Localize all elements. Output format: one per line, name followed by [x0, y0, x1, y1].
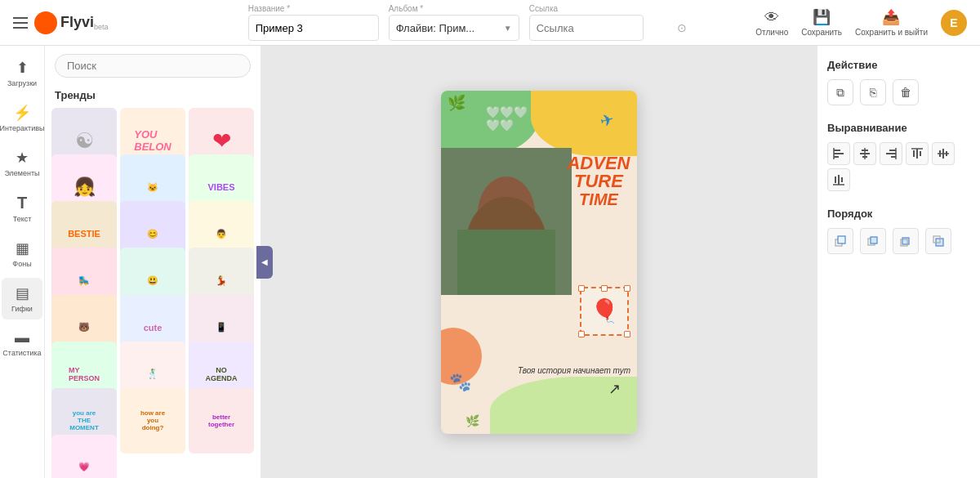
- align-section: Выравнивание: [827, 122, 970, 191]
- align-title: Выравнивание: [827, 122, 970, 134]
- album-label: Альбом *: [389, 4, 519, 13]
- bottom-leaf-decoration: 🌿: [466, 414, 479, 427]
- svg-rect-16: [913, 150, 915, 157]
- sidebar-label-backgrounds: Фоны: [12, 260, 31, 268]
- gif-search-area: [45, 46, 261, 86]
- logo: Flyvi beta: [34, 11, 109, 34]
- sidebar-label-gifs: Гифки: [11, 305, 33, 313]
- selection-handle-tr[interactable]: [624, 285, 630, 292]
- title-label: Название *: [248, 4, 379, 13]
- album-select[interactable]: Флайви: Прим... ▼: [389, 15, 519, 41]
- story-card: 🌿 🤍🤍🤍🤍🤍 ✈ ADVENTURETIME: [441, 91, 637, 434]
- gif-sticker-22[interactable]: 💗: [51, 435, 117, 478]
- delete-button[interactable]: 🗑: [893, 79, 919, 105]
- svg-rect-6: [834, 156, 839, 158]
- bring-forward-button[interactable]: [860, 228, 886, 254]
- gif-search-input[interactable]: [55, 54, 251, 78]
- gif-sticker-21[interactable]: bettertogether: [189, 388, 254, 453]
- adventure-text: ADVENTURETIME: [564, 154, 637, 208]
- svg-rect-13: [886, 153, 896, 154]
- svg-rect-12: [889, 150, 896, 151]
- album-field-group: Альбом * Флайви: Прим... ▼: [389, 4, 519, 41]
- sidebar-item-text[interactable]: T Текст: [2, 187, 42, 230]
- right-panel: Действие ⧉ ⎘ 🗑 Выравнивание: [817, 46, 980, 478]
- canvas-area[interactable]: 🌿 🤍🤍🤍🤍🤍 ✈ ADVENTURETIME: [261, 46, 817, 478]
- align-left-button[interactable]: [827, 142, 850, 165]
- bring-to-front-button[interactable]: [827, 228, 853, 254]
- selection-handle-tl[interactable]: [578, 285, 585, 292]
- svg-rect-32: [902, 238, 909, 244]
- sidebar-item-stats[interactable]: ▬ Статистика: [2, 323, 42, 364]
- svg-rect-5: [834, 153, 844, 154]
- sidebar-item-backgrounds[interactable]: ▦ Фоны: [2, 233, 42, 275]
- align-right-icon: [885, 148, 897, 159]
- leaves-decoration: 🌿: [448, 94, 466, 112]
- upload-icon: ⬆: [16, 59, 29, 77]
- gif-sticker-20[interactable]: how areyoudoing?: [120, 388, 185, 453]
- gif-panel-wrapper: Тренды ☯ YOUBELON ❤ 👧 🐱 VIBES BESTIE 😊 👨…: [45, 46, 261, 478]
- sidebar-item-elements[interactable]: ★ Элементы: [2, 142, 42, 184]
- gif-panel: Тренды ☯ YOUBELON ❤ 👧 🐱 VIBES BESTIE 😊 👨…: [45, 46, 261, 478]
- order-title: Порядок: [827, 208, 970, 220]
- copy-icon: ⧉: [836, 86, 844, 100]
- save-icon: 💾: [813, 8, 831, 26]
- avatar[interactable]: E: [941, 10, 967, 36]
- link-input[interactable]: [537, 22, 674, 34]
- photo-svg: [441, 148, 572, 295]
- paste-icon: ⎘: [870, 86, 876, 99]
- delete-icon: 🗑: [900, 86, 911, 99]
- story-photo-inner: [441, 148, 572, 295]
- story-body-text: Твоя история начинает тут: [518, 365, 630, 377]
- align-middle-button[interactable]: [932, 142, 955, 165]
- main: ⬆ Загрузки ⚡ Интерактивы ★ Элементы T Те…: [0, 46, 980, 478]
- align-top-button[interactable]: [906, 142, 929, 165]
- hearts-decoration: 🤍🤍🤍🤍🤍: [486, 105, 528, 132]
- sidebar-item-interactive[interactable]: ⚡ Интерактивы: [2, 97, 42, 139]
- arrow-decoration: ↗: [608, 380, 621, 398]
- sidebar-label-elements: Элементы: [4, 169, 39, 177]
- menu-button[interactable]: [13, 17, 28, 29]
- svg-rect-31: [871, 237, 877, 243]
- sidebar-item-upload[interactable]: ⬆ Загрузки: [2, 52, 42, 94]
- paste-button[interactable]: ⎘: [860, 79, 886, 105]
- send-backward-icon: [900, 235, 911, 247]
- selection-handle-bl[interactable]: [578, 331, 585, 337]
- header-right: 👁 Отлично 💾 Сохранить 📤 Сохранить и выйт…: [755, 8, 967, 37]
- sidebar-label-interactive: Интерактивы: [0, 124, 44, 132]
- svg-rect-3: [457, 230, 555, 295]
- gif-section-label: Тренды: [45, 86, 261, 108]
- selection-handle-top[interactable]: [601, 285, 608, 292]
- preview-button[interactable]: 👁 Отлично: [755, 9, 788, 37]
- align-top-icon: [911, 148, 923, 159]
- save-label: Сохранить: [801, 28, 842, 37]
- backgrounds-icon: ▦: [16, 239, 29, 257]
- svg-rect-17: [916, 149, 918, 159]
- save-exit-button[interactable]: 📤 Сохранить и выйти: [855, 8, 928, 37]
- balloon-sticker-selected[interactable]: 🎈: [580, 287, 629, 336]
- left-sidebar: ⬆ Загрузки ⚡ Интерактивы ★ Элементы T Те…: [0, 46, 45, 478]
- link-label: Ссылка: [529, 4, 644, 13]
- selection-handle-br[interactable]: [624, 331, 630, 337]
- link-icon: ⊙: [677, 21, 687, 34]
- save-button[interactable]: 💾 Сохранить: [801, 8, 842, 37]
- send-backward-button[interactable]: [893, 228, 919, 254]
- title-input[interactable]: [248, 15, 379, 41]
- copy-button[interactable]: ⧉: [827, 79, 853, 105]
- align-bottom-icon: [833, 174, 844, 185]
- align-center-v-icon: [859, 148, 871, 159]
- story-yellow-blob: [531, 91, 637, 156]
- send-to-back-button[interactable]: [925, 228, 951, 254]
- bring-to-front-icon: [835, 235, 846, 247]
- align-right-button[interactable]: [880, 142, 902, 165]
- sidebar-label-text: Текст: [13, 215, 32, 223]
- story-photo: [441, 148, 572, 295]
- align-bottom-button[interactable]: [827, 168, 850, 191]
- send-to-back-icon: [933, 235, 944, 247]
- align-center-v-button[interactable]: [853, 142, 876, 165]
- album-value: Флайви: Прим...: [396, 22, 501, 34]
- action-row: ⧉ ⎘ 🗑: [827, 79, 970, 105]
- paw-decoration: 🐾: [449, 372, 471, 393]
- sidebar-item-gifs[interactable]: ▤ Гифки: [2, 278, 42, 319]
- collapse-panel-button[interactable]: ◀: [256, 246, 273, 279]
- preview-label: Отлично: [755, 28, 788, 37]
